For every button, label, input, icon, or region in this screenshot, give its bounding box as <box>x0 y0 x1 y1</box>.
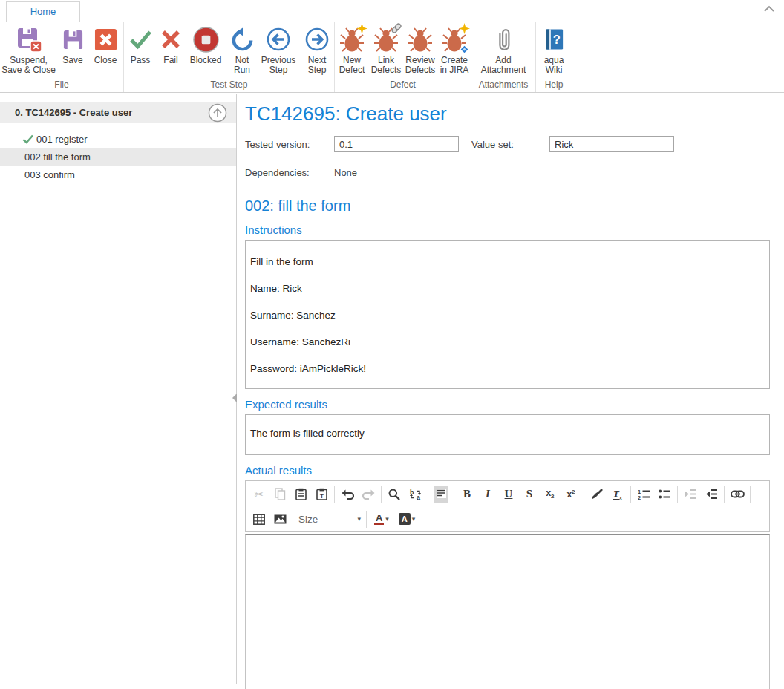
bug-new-sparkle-icon <box>339 25 365 53</box>
italic-icon[interactable]: I <box>477 485 498 504</box>
ribbon-group-test-step: Pass Fail Blocked <box>124 22 335 92</box>
insert-table-icon[interactable] <box>249 509 270 529</box>
underline-icon[interactable]: U <box>498 485 519 504</box>
circle-up-arrow-icon[interactable] <box>208 103 227 123</box>
pass-check-icon <box>128 25 153 53</box>
text-color-icon: A <box>374 514 384 525</box>
fail-button[interactable]: Fail <box>157 24 185 65</box>
actual-results-editor-area[interactable] <box>245 534 770 689</box>
font-size-dropdown[interactable]: Size ▾ <box>295 514 364 525</box>
bold-icon[interactable]: B <box>457 485 477 504</box>
wiki-book-question-icon: ? <box>543 25 566 53</box>
suspend-save-close-button[interactable]: Suspend, Save & Close <box>0 24 57 75</box>
ribbon-group-attachments: Add Attachment Attachments <box>471 22 536 92</box>
suspend-save-close-icon <box>16 25 42 53</box>
expected-results-box[interactable]: The form is filled correctly <box>245 414 770 455</box>
instruction-line: Name: Rick <box>250 283 763 294</box>
sparkle-badge-icon <box>459 23 470 34</box>
link-defects-button[interactable]: Link Defects <box>369 24 403 75</box>
numbered-list-icon[interactable]: 1 2 <box>633 485 654 504</box>
next-circle-arrow-icon <box>304 25 330 53</box>
find-icon[interactable] <box>384 485 405 504</box>
sidebar-collapse-handle[interactable] <box>232 394 237 402</box>
pass-button[interactable]: Pass <box>124 24 157 65</box>
step-item-001[interactable]: 001 register <box>0 130 236 148</box>
paste-icon[interactable] <box>290 485 311 504</box>
chevron-down-icon: ▾ <box>412 515 416 523</box>
toolbar-row-2: Size ▾ A ▾ A ▾ <box>249 507 766 531</box>
save-button[interactable]: Save <box>57 24 88 65</box>
cut-icon[interactable]: ✂ <box>249 485 270 504</box>
undo-icon[interactable] <box>337 485 358 504</box>
subscript-icon[interactable]: x2 <box>540 485 561 504</box>
bug-icon <box>408 25 433 53</box>
chevron-down-icon: ▾ <box>385 515 389 523</box>
step-item-003[interactable]: 003 confirm <box>0 166 236 183</box>
blocked-button[interactable]: Blocked <box>185 24 226 65</box>
add-attachment-button[interactable]: Add Attachment <box>474 24 533 75</box>
insert-image-icon[interactable] <box>270 509 290 529</box>
previous-step-button[interactable]: Previous Step <box>258 24 299 75</box>
value-set-input[interactable] <box>549 136 674 152</box>
instruction-line: Username: SanchezRi <box>250 336 763 347</box>
previous-circle-arrow-icon <box>266 25 291 53</box>
paste-text-icon[interactable]: T <box>311 485 332 504</box>
background-color-button[interactable]: A ▾ <box>394 509 419 529</box>
instruction-line: Surname: Sanchez <box>250 310 763 321</box>
close-button[interactable]: Close <box>88 24 122 65</box>
ribbon-group-file: Suspend, Save & Close Save <box>0 22 124 92</box>
new-defect-button[interactable]: New Defect <box>335 24 369 75</box>
step-section-title: 002: fill the form <box>245 197 770 215</box>
create-in-jira-button[interactable]: Create in JIRA <box>437 24 471 75</box>
main-content: TC142695: Create user Tested version: Va… <box>245 98 770 689</box>
copy-icon[interactable] <box>270 485 290 504</box>
paperclip-icon <box>494 25 512 53</box>
step-item-002[interactable]: 002 fill the form <box>0 148 236 166</box>
bulleted-list-icon[interactable] <box>654 485 675 504</box>
group-label-attachments: Attachments <box>471 79 535 90</box>
review-defects-button[interactable]: Review Defects <box>403 24 437 75</box>
remove-format-icon[interactable]: Tx <box>607 485 628 504</box>
page-title: TC142695: Create user <box>245 102 770 125</box>
svg-text:a: a <box>416 494 421 500</box>
decrease-indent-icon[interactable] <box>680 485 701 504</box>
select-all-icon[interactable] <box>431 485 451 504</box>
sidebar-header: 0. TC142695 - Create user <box>0 102 236 123</box>
not-run-button[interactable]: Not Run <box>226 24 258 75</box>
rich-text-toolbar: ✂ T b a <box>245 480 770 532</box>
version-valueset-row: Tested version: Value set: <box>245 136 770 152</box>
group-label-defect: Defect <box>335 79 471 90</box>
link-icon[interactable] <box>727 485 748 504</box>
copy-formatting-icon[interactable] <box>587 485 607 504</box>
replace-icon[interactable]: b a <box>405 485 425 504</box>
tested-version-input[interactable] <box>334 136 459 152</box>
sparkle-badge-icon <box>356 23 368 34</box>
group-label-file: File <box>0 79 123 90</box>
group-label-test-step: Test Step <box>124 79 334 90</box>
test-case-title: 0. TC142695 - Create user <box>15 107 132 118</box>
redo-icon[interactable] <box>358 485 379 504</box>
increase-indent-icon[interactable] <box>701 485 722 504</box>
blocked-stop-icon <box>193 25 219 53</box>
test-step-sidebar: 0. TC142695 - Create user 001 register 0… <box>0 94 237 684</box>
chain-badge-icon <box>391 22 402 34</box>
expected-line: The form is filled correctly <box>250 428 763 439</box>
instruction-line: Fill in the form <box>250 256 763 267</box>
instructions-box[interactable]: Fill in the form Name: Rick Surname: San… <box>245 240 770 389</box>
tab-home[interactable]: Home <box>6 1 80 22</box>
text-color-button[interactable]: A ▾ <box>369 509 394 529</box>
collapse-ribbon-chevron-icon[interactable] <box>764 5 774 12</box>
save-floppy-icon <box>62 25 85 53</box>
strikethrough-icon[interactable]: S <box>519 485 540 504</box>
dependencies-value: None <box>334 167 357 178</box>
ribbon-tab-row: Home <box>0 0 784 22</box>
svg-text:T: T <box>320 493 324 500</box>
superscript-icon[interactable]: x2 <box>561 485 581 504</box>
instructions-label: Instructions <box>245 223 770 236</box>
aqua-wiki-button[interactable]: ? aqua Wiki <box>537 24 571 75</box>
next-step-button[interactable]: Next Step <box>299 24 335 75</box>
ribbon-empty-space <box>572 22 784 92</box>
ribbon: Suspend, Save & Close Save <box>0 22 784 93</box>
expected-results-label: Expected results <box>245 398 770 411</box>
ribbon-group-defect: New Defect <box>335 22 471 92</box>
